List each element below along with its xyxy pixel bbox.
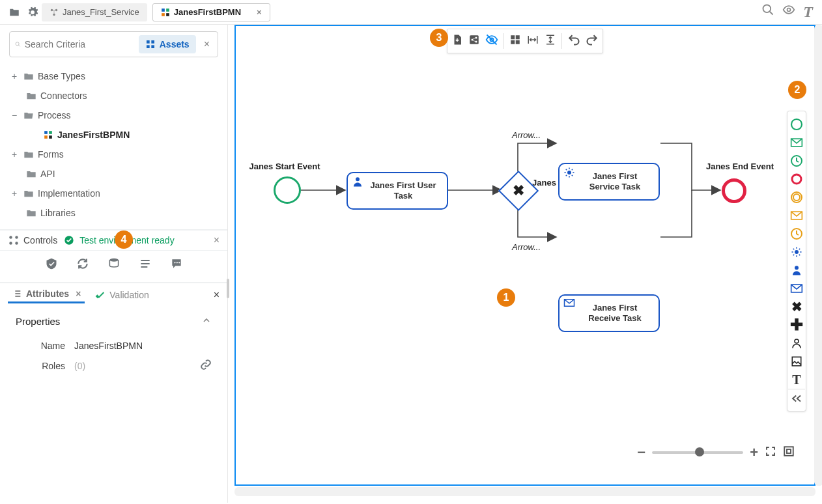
svg-point-52: [795, 339, 799, 343]
close-icon[interactable]: ×: [76, 288, 81, 299]
eye-icon[interactable]: [782, 3, 795, 21]
tree-base-types[interactable]: +Base Types: [9, 66, 218, 86]
tree-connectors[interactable]: Connectors: [9, 86, 218, 105]
svg-rect-11: [151, 40, 154, 44]
search-input[interactable]: [25, 39, 139, 49]
svg-rect-4: [166, 8, 169, 12]
assets-button[interactable]: Assets: [139, 35, 196, 53]
folder-icon[interactable]: [5, 3, 23, 21]
svg-rect-12: [147, 45, 150, 48]
palette-service-task-icon[interactable]: [788, 243, 805, 261]
link-icon[interactable]: [200, 359, 212, 372]
palette-text-icon[interactable]: T: [788, 371, 805, 389]
close-icon[interactable]: ×: [214, 289, 220, 301]
palette-collapse-icon[interactable]: [788, 389, 805, 407]
zoom-out-icon[interactable]: −: [637, 444, 645, 461]
svg-point-9: [16, 42, 19, 46]
palette-timer-start-icon[interactable]: [788, 152, 805, 170]
zoom-in-icon[interactable]: +: [750, 444, 758, 461]
palette-image-icon[interactable]: [788, 352, 805, 371]
close-icon[interactable]: ×: [201, 38, 212, 50]
tree-process[interactable]: −Process: [9, 105, 218, 125]
bpmn-icon: [43, 130, 53, 139]
svg-rect-3: [162, 8, 165, 12]
start-event[interactable]: [274, 176, 301, 204]
plus-icon: +: [9, 188, 20, 199]
svg-rect-39: [784, 447, 793, 456]
palette-user-icon[interactable]: [788, 334, 805, 352]
tab-attributes[interactable]: Attributes ×: [8, 286, 85, 303]
svg-point-24: [174, 262, 175, 263]
x-icon: ✖: [513, 182, 524, 199]
svg-point-20: [9, 242, 12, 245]
text-icon[interactable]: T: [803, 3, 813, 21]
palette-end-event-icon[interactable]: [788, 170, 805, 188]
tab-label: Janes_First_Service: [63, 7, 139, 17]
palette-intermediate-event-icon[interactable]: [788, 188, 805, 206]
palette-start-event-icon[interactable]: [788, 115, 805, 133]
scrollbar-horizontal[interactable]: [234, 487, 815, 496]
refresh-icon[interactable]: [76, 257, 89, 273]
check-icon: [95, 290, 106, 300]
receive-task[interactable]: Janes First Receive Task: [558, 294, 660, 332]
plus-icon: +: [9, 149, 20, 160]
message-icon[interactable]: [170, 257, 183, 273]
svg-rect-40: [787, 449, 791, 453]
svg-point-7: [763, 5, 771, 13]
zoom-slider[interactable]: [652, 451, 743, 454]
search-icon: [15, 39, 21, 49]
close-icon[interactable]: ×: [257, 7, 262, 17]
fit-icon[interactable]: [783, 445, 795, 460]
diagram-canvas[interactable]: Janes Start Event Janes First User Task …: [234, 25, 815, 486]
user-task[interactable]: Janes First User Task: [347, 172, 448, 210]
folder-icon: [23, 150, 34, 159]
arrow-bottom-label: Arrow...: [512, 242, 541, 252]
tree-libraries[interactable]: Libraries: [9, 203, 218, 223]
scrollbar-vertical[interactable]: [814, 25, 822, 486]
minus-icon: −: [9, 110, 20, 120]
palette-timer-intermediate-icon[interactable]: [788, 225, 805, 243]
svg-rect-16: [44, 135, 48, 139]
search-icon[interactable]: [761, 3, 774, 21]
palette-user-task-icon[interactable]: [788, 261, 805, 279]
svg-point-21: [15, 242, 18, 245]
search-box: Assets ×: [9, 31, 218, 57]
shield-check-icon[interactable]: [45, 257, 58, 273]
palette-message-start-icon[interactable]: [788, 133, 805, 152]
asset-tree: +Base Types Connectors −Process JanesFir…: [0, 64, 227, 229]
tree-implementation[interactable]: +Implementation: [9, 184, 218, 203]
left-panel: Assets × +Base Types Connectors −Process…: [0, 25, 228, 503]
assets-label: Assets: [160, 39, 190, 49]
database-icon[interactable]: [107, 257, 120, 273]
attributes-tabs: Attributes × Validation ×: [0, 282, 227, 306]
tree-janes-bpmn[interactable]: JanesFirstBPMN: [9, 125, 218, 145]
palette-exclusive-gateway-icon[interactable]: ✖: [788, 298, 805, 316]
palette-receive-task-icon[interactable]: [788, 279, 805, 298]
close-icon[interactable]: ×: [214, 234, 220, 246]
svg-point-23: [109, 259, 118, 262]
svg-point-18: [9, 236, 12, 239]
palette-message-intermediate-icon[interactable]: [788, 206, 805, 225]
service-task[interactable]: Janes First Service Task: [558, 163, 660, 201]
tab-janes-first-service[interactable]: Janes_First_Service: [42, 3, 147, 21]
user-icon: [352, 176, 363, 188]
tree-api[interactable]: API: [9, 164, 218, 184]
tab-validation[interactable]: Validation: [91, 287, 152, 303]
gear-icon: [563, 167, 575, 178]
slider-thumb[interactable]: [695, 447, 704, 456]
properties-section: Properties Name JanesFirstBPMN Roles (0): [0, 306, 227, 385]
svg-point-41: [791, 119, 802, 130]
list-icon[interactable]: [139, 257, 152, 273]
end-event[interactable]: [722, 178, 746, 203]
svg-point-37: [567, 171, 571, 175]
tab-janes-first-bpmn[interactable]: JanesFirstBPMN ×: [152, 3, 270, 21]
svg-point-50: [795, 266, 799, 270]
folder-icon: [26, 208, 36, 217]
tree-forms[interactable]: +Forms: [9, 145, 218, 164]
palette-parallel-gateway-icon[interactable]: ✚: [788, 316, 805, 334]
svg-point-8: [787, 8, 791, 12]
fullscreen-icon[interactable]: [765, 445, 776, 460]
chevron-up-icon[interactable]: [201, 315, 212, 328]
assets-icon: [145, 39, 156, 49]
gear-icon[interactable]: [23, 3, 42, 21]
